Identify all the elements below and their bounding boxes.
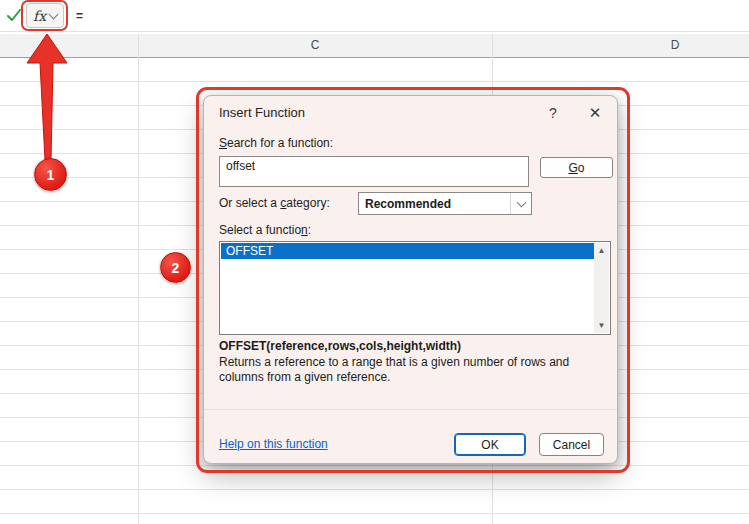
go-button[interactable]: Go <box>540 157 613 178</box>
help-on-function-link[interactable]: Help on this function <box>219 437 328 451</box>
select-function-label: Select a function: <box>219 223 311 237</box>
search-function-label: Search for a function: <box>219 136 333 150</box>
excel-window: fx = C D Insert Function ? ✕ Search for … <box>0 0 749 524</box>
go-accesskey: G <box>568 161 577 175</box>
category-dropdown[interactable]: Recommended <box>358 192 532 215</box>
column-header-d[interactable]: D <box>492 34 749 57</box>
chevron-down-icon <box>516 197 526 207</box>
list-item-offset[interactable]: OFFSET <box>221 243 594 259</box>
select-label-pre: Select a functio <box>219 223 301 237</box>
select-accesskey: n <box>301 223 308 237</box>
fx-icon: fx <box>33 9 46 23</box>
dialog-divider <box>204 409 617 410</box>
dialog-title: Insert Function <box>219 105 305 120</box>
category-selected-value: Recommended <box>359 197 510 211</box>
dialog-help-icon[interactable]: ? <box>540 101 566 125</box>
annotation-step-2-badge: 2 <box>160 252 191 283</box>
cancel-button[interactable]: Cancel <box>539 433 604 456</box>
enter-check-icon[interactable] <box>7 9 22 22</box>
category-label: Or select a category: <box>219 196 330 210</box>
function-description: Returns a reference to a range that is a… <box>219 355 611 385</box>
fx-chevron-down-icon <box>49 9 59 19</box>
insert-function-dialog: Insert Function ? ✕ Search for a functio… <box>203 95 618 464</box>
category-label-pre: Or select a <box>219 196 280 210</box>
column-header-c[interactable]: C <box>138 34 492 57</box>
select-label-post: : <box>308 223 311 237</box>
formula-input[interactable]: = <box>70 0 749 31</box>
scroll-up-icon[interactable]: ▲ <box>594 243 609 258</box>
close-icon[interactable]: ✕ <box>582 101 608 125</box>
listbox-scrollbar[interactable]: ▲ ▼ <box>594 243 609 333</box>
ok-button[interactable]: OK <box>454 433 526 456</box>
insert-function-button[interactable]: fx <box>26 3 64 28</box>
function-listbox[interactable]: OFFSET ▲ ▼ <box>219 241 611 335</box>
category-label-post: ategory: <box>286 196 329 210</box>
search-label-text: earch for a function: <box>227 136 333 150</box>
formula-bar: fx = <box>0 0 749 32</box>
function-signature: OFFSET(reference,rows,cols,height,width) <box>219 339 461 353</box>
go-text: o <box>578 161 585 175</box>
column-headers: C D <box>0 34 749 58</box>
search-function-input[interactable] <box>219 156 529 187</box>
scroll-down-icon[interactable]: ▼ <box>594 318 609 333</box>
gridline-vertical <box>138 34 139 524</box>
category-dropdown-button[interactable] <box>510 193 531 214</box>
annotation-step-1-badge: 1 <box>34 158 67 191</box>
search-label-accesskey: S <box>219 136 227 150</box>
formula-text: = <box>70 9 83 23</box>
